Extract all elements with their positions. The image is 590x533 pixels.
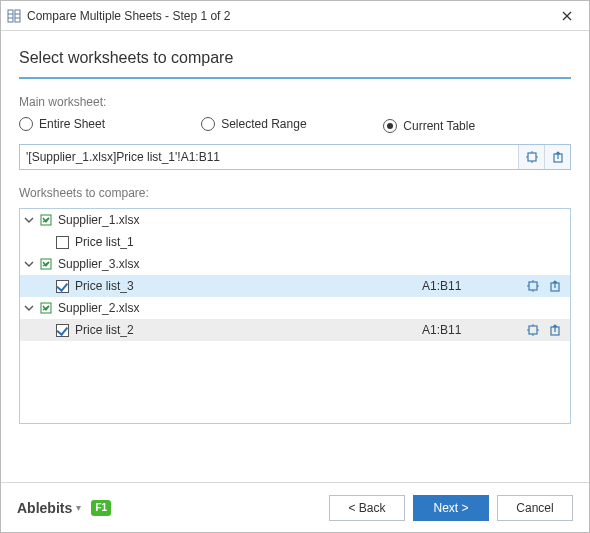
tree-item-label: Supplier_3.xlsx xyxy=(58,257,566,271)
svg-rect-1 xyxy=(15,10,20,22)
expand-icon xyxy=(548,323,562,337)
expand-caret[interactable] xyxy=(20,259,38,269)
svg-rect-0 xyxy=(8,10,13,22)
worksheet-checkbox[interactable] xyxy=(56,236,69,249)
expand-range-button[interactable] xyxy=(544,321,566,339)
tree-workbook-row[interactable]: Supplier_3.xlsx xyxy=(20,253,570,275)
compare-label: Worksheets to compare: xyxy=(19,186,571,200)
next-button[interactable]: Next > xyxy=(413,495,489,521)
cancel-button[interactable]: Cancel xyxy=(497,495,573,521)
expand-icon xyxy=(548,279,562,293)
main-range-input[interactable] xyxy=(20,145,518,169)
scope-radio-group: Entire Sheet Selected Range Current Tabl… xyxy=(19,117,571,134)
window-title: Compare Multiple Sheets - Step 1 of 2 xyxy=(27,9,553,23)
help-f1-badge[interactable]: F1 xyxy=(91,500,111,516)
tree-item-label: Price list_2 xyxy=(75,323,422,337)
worksheet-tree[interactable]: Supplier_1.xlsx Price list_1 Supplier_3.… xyxy=(19,208,571,424)
chevron-down-icon xyxy=(24,303,34,313)
content-area: Select worksheets to compare Main worksh… xyxy=(1,31,589,434)
select-range-button[interactable] xyxy=(522,277,544,295)
expand-caret[interactable] xyxy=(20,215,38,225)
tree-worksheet-row[interactable]: Price list_3 A1:B11 xyxy=(20,275,570,297)
tree-row-buttons xyxy=(522,277,566,295)
back-button[interactable]: < Back xyxy=(329,495,405,521)
tree-item-label: Supplier_1.xlsx xyxy=(58,213,566,227)
radio-icon xyxy=(383,119,397,133)
close-icon xyxy=(562,11,572,21)
page-title: Select worksheets to compare xyxy=(19,49,571,67)
tree-item-label: Price list_3 xyxy=(75,279,422,293)
footer: Ablebits ▾ F1 < Back Next > Cancel xyxy=(1,482,589,532)
workbook-icon xyxy=(38,213,54,227)
chevron-down-icon: ▾ xyxy=(76,502,81,513)
tree-item-label: Price list_1 xyxy=(75,235,566,249)
tree-item-range: A1:B11 xyxy=(422,279,522,293)
select-range-button[interactable] xyxy=(518,145,544,169)
radio-current-table[interactable]: Current Table xyxy=(383,119,475,133)
radio-entire-sheet[interactable]: Entire Sheet xyxy=(19,117,105,131)
close-button[interactable] xyxy=(553,5,581,27)
svg-rect-16 xyxy=(529,282,537,290)
titlebar: Compare Multiple Sheets - Step 1 of 2 xyxy=(1,1,589,31)
radio-icon xyxy=(201,117,215,131)
select-range-icon xyxy=(525,150,539,164)
app-icon xyxy=(7,9,21,23)
radio-label: Entire Sheet xyxy=(39,117,105,131)
expand-icon xyxy=(551,150,565,164)
tree-workbook-row[interactable]: Supplier_2.xlsx xyxy=(20,297,570,319)
expand-caret[interactable] xyxy=(20,303,38,313)
worksheet-checkbox[interactable] xyxy=(56,324,69,337)
tree-worksheet-row[interactable]: Price list_1 xyxy=(20,231,570,253)
main-range-row xyxy=(19,144,571,170)
worksheet-checkbox[interactable] xyxy=(56,280,69,293)
tree-row-buttons xyxy=(522,321,566,339)
footer-buttons: < Back Next > Cancel xyxy=(329,495,573,521)
select-range-icon xyxy=(526,323,540,337)
accent-divider xyxy=(19,77,571,79)
svg-rect-23 xyxy=(529,326,537,334)
chevron-down-icon xyxy=(24,259,34,269)
radio-icon xyxy=(19,117,33,131)
radio-label: Current Table xyxy=(403,119,475,133)
tree-workbook-row[interactable]: Supplier_1.xlsx xyxy=(20,209,570,231)
radio-selected-range[interactable]: Selected Range xyxy=(201,117,306,131)
tree-item-range: A1:B11 xyxy=(422,323,522,337)
tree-item-label: Supplier_2.xlsx xyxy=(58,301,566,315)
brand-label: Ablebits xyxy=(17,500,72,516)
brand-menu[interactable]: Ablebits ▾ F1 xyxy=(17,500,111,516)
workbook-icon xyxy=(38,257,54,271)
tree-worksheet-row[interactable]: Price list_2 A1:B11 xyxy=(20,319,570,341)
expand-range-button[interactable] xyxy=(544,277,566,295)
chevron-down-icon xyxy=(24,215,34,225)
select-range-button[interactable] xyxy=(522,321,544,339)
svg-rect-8 xyxy=(528,153,536,161)
expand-range-button[interactable] xyxy=(544,145,570,169)
radio-label: Selected Range xyxy=(221,117,306,131)
main-worksheet-label: Main worksheet: xyxy=(19,95,571,109)
select-range-icon xyxy=(526,279,540,293)
workbook-icon xyxy=(38,301,54,315)
